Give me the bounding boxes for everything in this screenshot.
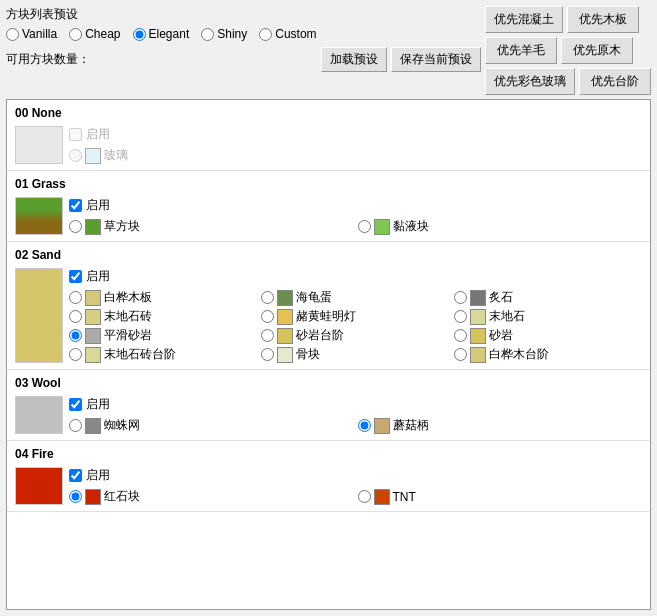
section-04-redstone-label: 红石块 <box>104 488 140 505</box>
section-01-slime-option[interactable]: 黏液块 <box>358 218 643 235</box>
section-04-tnt-radio[interactable] <box>358 490 371 503</box>
preset-shiny[interactable]: Shiny <box>201 27 247 41</box>
section-04-redstone-option[interactable]: 红石块 <box>69 488 354 505</box>
section-04-title: 04 Fire <box>15 447 642 461</box>
priority-slab-button[interactable]: 优先台阶 <box>579 68 651 95</box>
section-01-enable-label: 启用 <box>86 197 110 214</box>
section-02-body: 启用 白桦木板 海龟蛋 <box>15 268 642 363</box>
preset-cheap[interactable]: Cheap <box>69 27 120 41</box>
section-03-spider-option[interactable]: 蜘蛛网 <box>69 417 354 434</box>
preset-elegant-radio[interactable] <box>133 28 146 41</box>
section-02-radio-7[interactable] <box>261 329 274 342</box>
section-04-redstone-radio[interactable] <box>69 490 82 503</box>
section-03-spider-radio[interactable] <box>69 419 82 432</box>
section-02-radio-4[interactable] <box>261 310 274 323</box>
section-02-opt3[interactable]: 末地石砖 <box>69 308 257 325</box>
section-02-opt6[interactable]: 平滑砂岩 <box>69 327 257 344</box>
section-02-label-0: 白桦木板 <box>104 289 152 306</box>
section-00-glass-option[interactable]: 玻璃 <box>69 147 354 164</box>
section-00-glass-radio[interactable] <box>69 149 82 162</box>
section-02-radio-5[interactable] <box>454 310 467 323</box>
priority-wool-button[interactable]: 优先羊毛 <box>485 37 557 64</box>
section-02-label-6: 平滑砂岩 <box>104 327 152 344</box>
section-02-radio-0[interactable] <box>69 291 82 304</box>
section-02-opt1[interactable]: 海龟蛋 <box>261 289 449 306</box>
section-02-radio-11[interactable] <box>454 348 467 361</box>
right-btn-row-3: 优先彩色玻璃 优先台阶 <box>485 68 651 95</box>
main-container: 方块列表预设 Vanilla Cheap Elegant Shiny <box>0 0 657 616</box>
preset-radio-group: Vanilla Cheap Elegant Shiny Custom <box>6 27 481 41</box>
preset-shiny-radio[interactable] <box>201 28 214 41</box>
preset-vanilla-radio[interactable] <box>6 28 19 41</box>
preset-vanilla-label: Vanilla <box>22 27 57 41</box>
preset-custom-radio[interactable] <box>259 28 272 41</box>
section-02-radio-8[interactable] <box>454 329 467 342</box>
blocks-scroll-panel[interactable]: 00 None 启用 玻璃 <box>6 99 651 610</box>
section-03-shroom-option[interactable]: 蘑菇柄 <box>358 417 643 434</box>
section-01-checkbox[interactable] <box>69 199 82 212</box>
section-02-radio-10[interactable] <box>261 348 274 361</box>
section-02-swatch-4 <box>277 309 293 325</box>
section-04-redstone-swatch <box>85 489 101 505</box>
preset-elegant-label: Elegant <box>149 27 190 41</box>
priority-stained-glass-button[interactable]: 优先彩色玻璃 <box>485 68 575 95</box>
section-01-slime-radio[interactable] <box>358 220 371 233</box>
section-03-options-grid: 蜘蛛网 蘑菇柄 <box>69 417 642 434</box>
section-01: 01 Grass 启用 草方块 <box>7 171 650 242</box>
section-02-opt11[interactable]: 白桦木台阶 <box>454 346 642 363</box>
preset-custom-label: Custom <box>275 27 316 41</box>
section-02-radio-3[interactable] <box>69 310 82 323</box>
section-01-preview <box>15 197 63 235</box>
preset-shiny-label: Shiny <box>217 27 247 41</box>
section-04-tnt-label: TNT <box>393 490 416 504</box>
section-02-title: 02 Sand <box>15 248 642 262</box>
section-03-checkbox[interactable] <box>69 398 82 411</box>
section-01-grass-option[interactable]: 草方块 <box>69 218 354 235</box>
save-preset-button[interactable]: 保存当前预设 <box>391 47 481 72</box>
section-01-grass-radio[interactable] <box>69 220 82 233</box>
section-03-shroom-swatch <box>374 418 390 434</box>
section-02-opt0[interactable]: 白桦木板 <box>69 289 257 306</box>
section-00-options-grid: 玻璃 <box>69 147 642 164</box>
section-02-opt5[interactable]: 末地石 <box>454 308 642 325</box>
section-02-opt10[interactable]: 骨块 <box>261 346 449 363</box>
section-02-radio-1[interactable] <box>261 291 274 304</box>
section-00-enable-row: 启用 <box>69 126 642 143</box>
section-02-radio-9[interactable] <box>69 348 82 361</box>
section-02-radio-2[interactable] <box>454 291 467 304</box>
section-02-checkbox[interactable] <box>69 270 82 283</box>
section-00-checkbox[interactable] <box>69 128 82 141</box>
preset-cheap-radio[interactable] <box>69 28 82 41</box>
section-03-enable-label: 启用 <box>86 396 110 413</box>
section-02: 02 Sand 启用 白桦木板 <box>7 242 650 370</box>
section-02-swatch-2 <box>470 290 486 306</box>
section-01-slime-swatch <box>374 219 390 235</box>
section-02-opt8[interactable]: 砂岩 <box>454 327 642 344</box>
section-02-label-8: 砂岩 <box>489 327 513 344</box>
section-02-opt7[interactable]: 砂岩台阶 <box>261 327 449 344</box>
section-03-shroom-radio[interactable] <box>358 419 371 432</box>
section-00-enable-label: 启用 <box>86 126 110 143</box>
preset-custom[interactable]: Custom <box>259 27 316 41</box>
priority-log-button[interactable]: 优先原木 <box>561 37 633 64</box>
priority-concrete-button[interactable]: 优先混凝土 <box>485 6 563 33</box>
priority-plank-button[interactable]: 优先木板 <box>567 6 639 33</box>
section-02-label-7: 砂岩台阶 <box>296 327 344 344</box>
section-02-opt2[interactable]: 炙石 <box>454 289 642 306</box>
right-btn-row-2: 优先羊毛 优先原木 <box>485 37 651 64</box>
section-01-grass-swatch <box>85 219 101 235</box>
section-03-title: 03 Wool <box>15 376 642 390</box>
section-02-opt9[interactable]: 末地石砖台阶 <box>69 346 257 363</box>
section-02-radio-6[interactable] <box>69 329 82 342</box>
section-02-enable-label: 启用 <box>86 268 110 285</box>
section-04-checkbox[interactable] <box>69 469 82 482</box>
section-02-swatch-8 <box>470 328 486 344</box>
section-02-swatch-10 <box>277 347 293 363</box>
section-04-tnt-option[interactable]: TNT <box>358 488 643 505</box>
section-02-preview <box>15 268 63 363</box>
preset-vanilla[interactable]: Vanilla <box>6 27 57 41</box>
section-02-opt4[interactable]: 赭黄蛙明灯 <box>261 308 449 325</box>
preset-elegant[interactable]: Elegant <box>133 27 190 41</box>
load-preset-button[interactable]: 加载预设 <box>321 47 387 72</box>
section-04-tnt-swatch <box>374 489 390 505</box>
